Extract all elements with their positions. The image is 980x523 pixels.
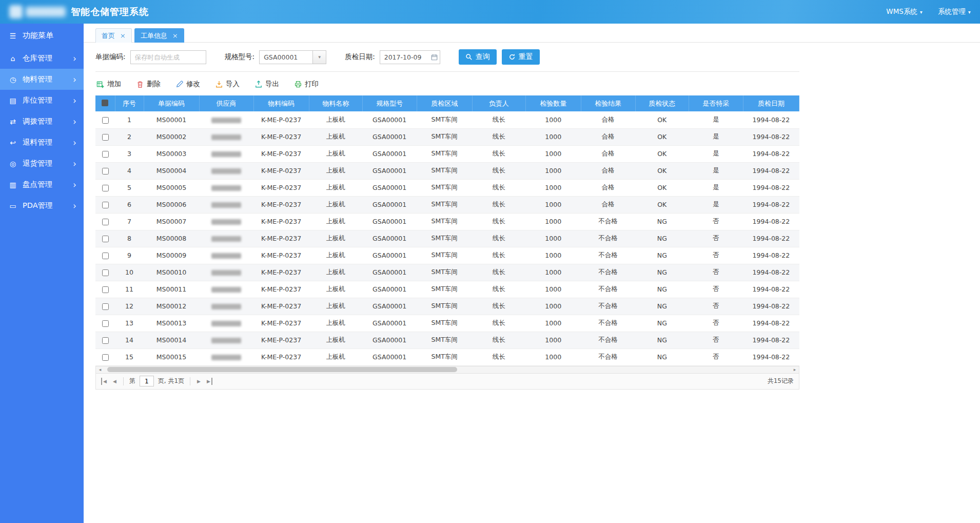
- row-checkbox[interactable]: [102, 134, 109, 141]
- spec-input[interactable]: [259, 50, 312, 64]
- close-icon[interactable]: ×: [172, 32, 178, 40]
- cell-seq: 15: [115, 348, 144, 365]
- row-checkbox[interactable]: [102, 303, 109, 310]
- cell-spec: GSA00001: [362, 179, 417, 196]
- column-header-8[interactable]: 检验数量: [525, 95, 581, 111]
- tab-0[interactable]: 首页×: [95, 28, 132, 43]
- sidebar-item-4[interactable]: ↩退料管理›: [0, 132, 84, 153]
- cell-result: 不合格: [581, 281, 635, 298]
- sidebar-item-6[interactable]: ▥盘点管理›: [0, 174, 84, 195]
- row-checkbox[interactable]: [102, 219, 109, 225]
- reset-button[interactable]: 重置: [502, 49, 540, 65]
- prev-page-button[interactable]: ◀: [112, 378, 117, 385]
- sidebar-item-0[interactable]: ⌂仓库管理›: [0, 48, 84, 69]
- column-header-10[interactable]: 质检状态: [635, 95, 689, 111]
- table-row[interactable]: 9MS00009K-ME-P-0237上板机GSA00001SMT车间线长100…: [95, 247, 799, 264]
- column-header-11[interactable]: 是否特采: [689, 95, 743, 111]
- row-checkbox-cell: [95, 264, 115, 281]
- delete-button[interactable]: 删除: [136, 80, 161, 89]
- cell-doc: MS00013: [144, 315, 199, 332]
- sidebar-item-5[interactable]: ◎退货管理›: [0, 153, 84, 174]
- export-button[interactable]: 导出: [255, 80, 279, 89]
- print-button[interactable]: 打印: [295, 80, 319, 89]
- sidebar-item-3[interactable]: ⇄调拨管理›: [0, 111, 84, 132]
- row-checkbox[interactable]: [102, 168, 109, 175]
- page-number-input[interactable]: [140, 376, 154, 386]
- row-checkbox[interactable]: [102, 151, 109, 158]
- table-body: 1MS00001K-ME-P-0237上板机GSA00001SMT车间线长100…: [95, 111, 799, 365]
- row-checkbox[interactable]: [102, 253, 109, 259]
- row-checkbox[interactable]: [102, 202, 109, 208]
- scrollbar-thumb[interactable]: [107, 367, 457, 372]
- column-header-0[interactable]: 序号: [115, 95, 144, 111]
- cell-material_name: 上板机: [309, 162, 362, 179]
- table-row[interactable]: 7MS00007K-ME-P-0237上板机GSA00001SMT车间线长100…: [95, 213, 799, 230]
- row-checkbox[interactable]: [102, 117, 109, 124]
- doc-code-input[interactable]: [130, 50, 206, 64]
- row-checkbox-cell: [95, 332, 115, 348]
- column-header-9[interactable]: 检验结果: [581, 95, 635, 111]
- column-header-3[interactable]: 物料编码: [253, 95, 309, 111]
- table-row[interactable]: 1MS00001K-ME-P-0237上板机GSA00001SMT车间线长100…: [95, 111, 799, 128]
- add-button[interactable]: 增加: [96, 80, 121, 89]
- close-icon[interactable]: ×: [120, 32, 126, 40]
- redacted-supplier: [211, 134, 241, 140]
- table-row[interactable]: 5MS00005K-ME-P-0237上板机GSA00001SMT车间线长100…: [95, 179, 799, 196]
- row-checkbox[interactable]: [102, 185, 109, 191]
- table-row[interactable]: 15MS00015K-ME-P-0237上板机GSA00001SMT车间线长10…: [95, 348, 799, 365]
- row-checkbox-cell: [95, 145, 115, 162]
- first-page-button[interactable]: ◀: [101, 378, 108, 385]
- search-button[interactable]: 查询: [459, 49, 497, 65]
- table-row[interactable]: 14MS00014K-ME-P-0237上板机GSA00001SMT车间线长10…: [95, 332, 799, 348]
- cell-doc: MS00004: [144, 162, 199, 179]
- row-checkbox[interactable]: [102, 286, 109, 293]
- row-checkbox[interactable]: [102, 354, 109, 361]
- scroll-left-arrow-icon[interactable]: ◂: [96, 366, 104, 373]
- last-page-button[interactable]: ▶: [206, 378, 212, 385]
- column-header-7[interactable]: 负责人: [472, 95, 525, 111]
- select-all-checkbox[interactable]: [102, 100, 108, 106]
- row-checkbox[interactable]: [102, 269, 109, 276]
- row-checkbox[interactable]: [102, 337, 109, 344]
- table-row[interactable]: 12MS00012K-ME-P-0237上板机GSA00001SMT车间线长10…: [95, 298, 799, 315]
- row-checkbox-cell: [95, 128, 115, 145]
- next-page-button[interactable]: ▶: [196, 378, 202, 385]
- table-row[interactable]: 3MS00003K-ME-P-0237上板机GSA00001SMT车间线长100…: [95, 145, 799, 162]
- chevron-right-icon: ›: [73, 95, 76, 106]
- table-row[interactable]: 2MS00002K-ME-P-0237上板机GSA00001SMT车间线长100…: [95, 128, 799, 145]
- table-row[interactable]: 13MS00013K-ME-P-0237上板机GSA00001SMT车间线长10…: [95, 315, 799, 332]
- column-header-6[interactable]: 质检区域: [417, 95, 472, 111]
- table-row[interactable]: 10MS00010K-ME-P-0237上板机GSA00001SMT车间线长10…: [95, 264, 799, 281]
- system-management-menu[interactable]: 系统管理 ▾: [938, 7, 971, 16]
- row-checkbox[interactable]: [102, 236, 109, 242]
- import-button[interactable]: 导入: [215, 80, 240, 89]
- pda-icon: ▭: [8, 202, 17, 210]
- row-checkbox[interactable]: [102, 320, 109, 327]
- spec-dropdown-button[interactable]: ▼: [312, 50, 326, 64]
- scroll-right-arrow-icon[interactable]: ▸: [791, 366, 799, 373]
- column-header-5[interactable]: 规格型号: [362, 95, 417, 111]
- sidebar-item-2[interactable]: ▤库位管理›: [0, 90, 84, 111]
- toolbar-button-label: 增加: [107, 80, 121, 89]
- cell-date: 1994-08-22: [743, 332, 799, 348]
- table-row[interactable]: 6MS00006K-ME-P-0237上板机GSA00001SMT车间线长100…: [95, 196, 799, 213]
- column-header-12[interactable]: 质检日期: [743, 95, 799, 111]
- sidebar-item-1[interactable]: ◷物料管理›: [0, 69, 84, 90]
- calendar-icon[interactable]: [431, 54, 438, 61]
- table-row[interactable]: 4MS00004K-ME-P-0237上板机GSA00001SMT车间线长100…: [95, 162, 799, 179]
- cell-seq: 2: [115, 128, 144, 145]
- scrollbar-track[interactable]: [104, 366, 791, 373]
- table-row[interactable]: 8MS00008K-ME-P-0237上板机GSA00001SMT车间线长100…: [95, 230, 799, 247]
- edit-button[interactable]: 修改: [176, 80, 200, 89]
- column-header-1[interactable]: 单据编码: [144, 95, 199, 111]
- column-header-2[interactable]: 供应商: [199, 95, 253, 111]
- cell-material_name: 上板机: [309, 264, 362, 281]
- tab-1[interactable]: 工单信息×: [134, 28, 184, 43]
- table-row[interactable]: 11MS00011K-ME-P-0237上板机GSA00001SMT车间线长10…: [95, 281, 799, 298]
- inspection-date-field: 质检日期:: [345, 50, 440, 64]
- wms-system-menu[interactable]: WMS系统 ▾: [886, 7, 923, 16]
- select-all-cell: [95, 95, 115, 111]
- cell-area: SMT车间: [417, 179, 472, 196]
- sidebar-item-7[interactable]: ▭PDA管理›: [0, 195, 84, 216]
- column-header-4[interactable]: 物料名称: [309, 95, 362, 111]
